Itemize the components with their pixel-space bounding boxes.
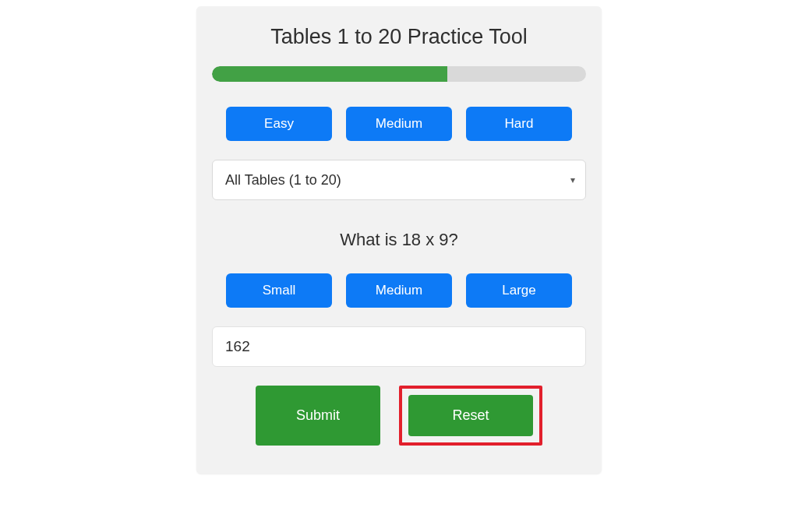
size-small-button[interactable]: Small [226,273,332,308]
progress-track [212,66,586,82]
practice-tool-card: Tables 1 to 20 Practice Tool Easy Medium… [196,6,602,474]
question-text: What is 18 x 9? [212,230,586,250]
size-row: Small Medium Large [212,273,586,308]
reset-button[interactable]: Reset [408,395,533,436]
action-row: Submit Reset [212,386,586,446]
difficulty-easy-button[interactable]: Easy [226,107,332,141]
submit-button[interactable]: Submit [256,386,380,446]
reset-highlight-box: Reset [399,386,542,446]
table-select-wrap: All Tables (1 to 20) ▾ [212,160,586,200]
answer-input[interactable] [212,326,586,367]
progress-fill [212,66,447,82]
table-select[interactable]: All Tables (1 to 20) [212,160,586,200]
difficulty-hard-button[interactable]: Hard [466,107,572,141]
page-title: Tables 1 to 20 Practice Tool [212,25,586,49]
size-large-button[interactable]: Large [466,273,572,308]
size-medium-button[interactable]: Medium [346,273,452,308]
difficulty-row: Easy Medium Hard [212,107,586,141]
difficulty-medium-button[interactable]: Medium [346,107,452,141]
